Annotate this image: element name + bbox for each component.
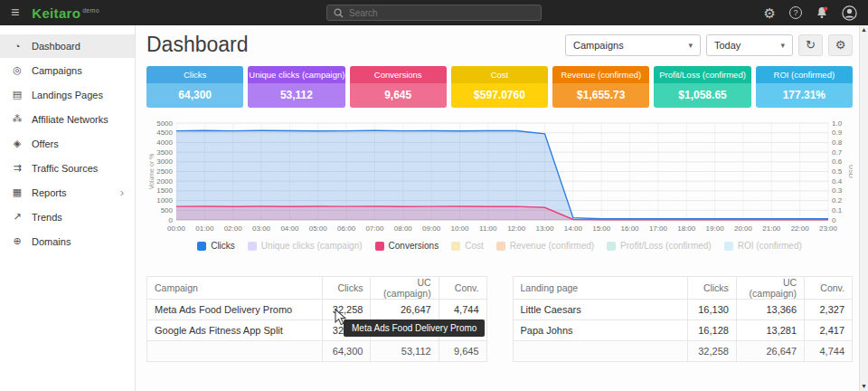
metric-cell: 13,366 [736, 300, 804, 320]
sidebar-item-campaigns[interactable]: ◎Campaigns [0, 58, 135, 82]
svg-text:4500: 4500 [156, 129, 173, 137]
sidebar-item-label: Traffic Sources [32, 163, 98, 174]
sidebar-menu: ◔Dashboard◎Campaigns▤Landings Pages⁂Affi… [0, 25, 136, 391]
sidebar-item-trends[interactable]: ↗Trends [0, 205, 135, 229]
svg-text:2500: 2500 [156, 167, 173, 176]
sidebar-item-label: Landings Pages [32, 90, 103, 100]
svg-text:02:00: 02:00 [224, 224, 243, 233]
metric-card-label: Clicks [146, 66, 243, 83]
campaigns-icon: ◎ [11, 64, 24, 76]
notifications-bell-icon[interactable] [816, 6, 828, 19]
svg-text:5000: 5000 [156, 119, 173, 128]
app-logo: Keitarodemo [32, 6, 99, 20]
metric-card-value: $1,655.73 [552, 83, 649, 108]
svg-text:0.6: 0.6 [832, 157, 843, 166]
legend-swatch-icon [375, 242, 384, 251]
legend-item-clicks[interactable]: Clicks [197, 241, 235, 251]
user-avatar[interactable] [842, 5, 857, 21]
campaigns-name-header: Campaign [147, 277, 323, 300]
metric-cell: 4,744 [439, 300, 486, 320]
summary-tables: CampaignClicksUC (campaign)Conv.Meta Ads… [146, 276, 853, 362]
traffic-chart: 00:0001:0002:0003:0004:0005:0006:0007:00… [146, 119, 853, 234]
settings-gear-icon[interactable]: ⚙ [764, 6, 776, 20]
svg-text:20:00: 20:00 [734, 224, 753, 233]
legend-item-revenue-confirmed[interactable]: Revenue (confirmed) [496, 241, 594, 251]
legend-item-conversions[interactable]: Conversions [375, 241, 439, 251]
column-header-uc-campaign[interactable]: UC (campaign) [371, 277, 439, 300]
scroll-up-button[interactable]: ▲ [861, 25, 867, 34]
column-header-clicks[interactable]: Clicks [322, 277, 371, 300]
sidebar-item-landings-pages[interactable]: ▤Landings Pages [0, 82, 135, 107]
sidebar-item-traffic-sources[interactable]: ⇉Traffic Sources [0, 156, 135, 180]
column-header-clicks[interactable]: Clicks [688, 277, 737, 300]
metric-card-roi-confirmed: ROI (confirmed)177.31% [756, 66, 853, 108]
metric-cards: Clicks64,300Unique clicks (campaign)53,1… [146, 66, 853, 108]
campaigns-totals-row: 64,30053,1129,645 [147, 341, 487, 362]
demo-badge: demo [82, 7, 99, 14]
legend-label: Conversions [389, 241, 439, 251]
hamburger-menu-icon[interactable]: ≡ [11, 5, 19, 20]
campaigns-row[interactable]: Meta Ads Food Delivery Promo32,25826,647… [147, 300, 487, 320]
sidebar-item-label: Dashboard [32, 41, 80, 52]
metric-card-label: Revenue (confirmed) [552, 66, 649, 83]
dashboard-settings-button[interactable]: ⚙ [828, 34, 853, 56]
column-header-conv[interactable]: Conv. [439, 277, 486, 300]
svg-text:09:00: 09:00 [422, 224, 441, 233]
svg-text:21:00: 21:00 [762, 224, 781, 233]
search-icon [334, 8, 344, 18]
campaigns-filter-select[interactable]: Campaigns ▾ [565, 34, 701, 56]
landings-name-cell: Little Caesars [513, 300, 688, 320]
legend-item-unique-clicks-campaign[interactable]: Unique clicks (campaign) [248, 241, 363, 251]
sidebar-item-reports[interactable]: ▦Reports› [0, 180, 135, 205]
sidebar-item-label: Offers [32, 138, 59, 149]
metric-card-cost: Cost$597.0760 [451, 66, 548, 108]
svg-text:00:00: 00:00 [167, 224, 186, 233]
legend-item-cost[interactable]: Cost [451, 241, 484, 251]
svg-text:USD: USD [848, 165, 853, 178]
date-filter-select[interactable]: Today ▾ [706, 34, 793, 56]
scroll-down-button[interactable]: ▼ [861, 382, 867, 391]
legend-swatch-icon [197, 242, 206, 251]
metric-card-value: $1,058.65 [654, 83, 750, 108]
page-scrollbar[interactable]: ▲ ▼ [859, 25, 868, 391]
svg-text:23:00: 23:00 [819, 224, 838, 233]
sidebar-item-offers[interactable]: ◈Offers [0, 131, 135, 156]
sidebar-item-dashboard[interactable]: ◔Dashboard [0, 34, 135, 58]
legend-label: Clicks [211, 241, 235, 251]
traffic-chart-panel: 00:0001:0002:0003:0004:0005:0006:0007:00… [146, 119, 853, 238]
legend-item-roi-confirmed[interactable]: ROI (confirmed) [724, 241, 802, 251]
offers-icon: ◈ [11, 138, 24, 149]
landings-row[interactable]: Little Caesars16,13013,3662,327 [513, 300, 853, 320]
legend-swatch-icon [496, 242, 505, 251]
legend-label: Profit/Loss (confirmed) [620, 241, 712, 251]
chevron-down-icon: ▾ [688, 41, 693, 50]
legend-swatch-icon [451, 242, 460, 251]
total-cell: 26,647 [736, 341, 804, 362]
metric-card-label: ROI (confirmed) [756, 66, 853, 83]
campaigns-name-cell: Meta Ads Food Delivery Promo [147, 300, 323, 320]
legend-item-profit-loss-confirmed[interactable]: Profit/Loss (confirmed) [607, 241, 712, 251]
svg-text:1.0: 1.0 [832, 119, 843, 128]
metric-card-profit-loss-confirmed: Profit/Loss (confirmed)$1,058.65 [654, 66, 750, 108]
svg-text:08:00: 08:00 [394, 224, 413, 233]
sidebar-item-label: Affiliate Networks [32, 114, 108, 125]
svg-text:2000: 2000 [156, 177, 173, 186]
landings-totals-row: 32,25826,6474,744 [513, 341, 853, 362]
svg-text:0.2: 0.2 [832, 196, 843, 205]
search-input[interactable] [349, 8, 534, 18]
landings-row[interactable]: Papa Johns16,12813,2812,417 [513, 320, 853, 341]
metric-cell: 2,417 [805, 320, 853, 341]
search-bar[interactable] [326, 5, 542, 21]
metric-card-value: 53,112 [248, 83, 344, 108]
svg-text:16:00: 16:00 [621, 224, 640, 233]
help-icon[interactable]: ? [789, 6, 802, 19]
traffic-sources-icon: ⇉ [11, 162, 24, 174]
chart-legend: ClicksUnique clicks (campaign)Conversion… [146, 241, 853, 251]
column-header-uc-campaign[interactable]: UC (campaign) [736, 277, 804, 300]
column-header-conv[interactable]: Conv. [805, 277, 853, 300]
refresh-button[interactable]: ↻ [798, 34, 823, 56]
svg-text:18:00: 18:00 [677, 224, 696, 233]
legend-label: Unique clicks (campaign) [261, 241, 363, 251]
sidebar-item-affiliate-networks[interactable]: ⁂Affiliate Networks [0, 107, 135, 131]
sidebar-item-domains[interactable]: ⊕Domains [0, 229, 135, 253]
